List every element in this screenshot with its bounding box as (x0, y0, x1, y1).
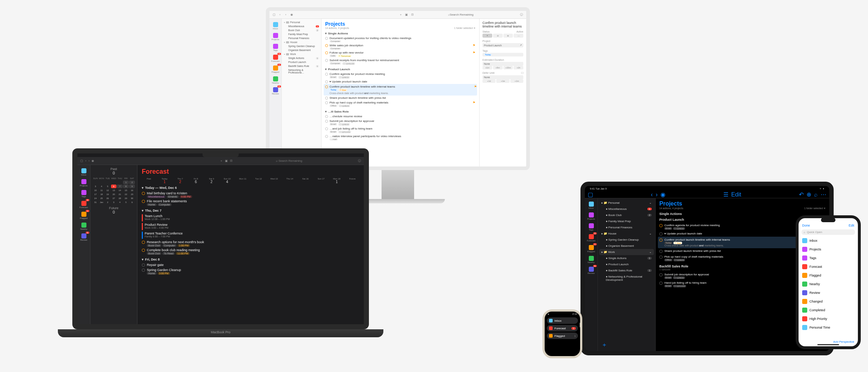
forecast-task[interactable]: Product ReviewWork 3:00 – 4:00 PM (142, 222, 359, 231)
list-icon[interactable]: ☰ (723, 191, 728, 198)
forecast-section[interactable]: ▾Today — Wed, Dec 6 (142, 186, 359, 190)
sidebar-item-inbox[interactable]: Inbox (271, 21, 280, 30)
tree-item[interactable]: Personal Finances (282, 36, 320, 40)
task-row[interactable]: Follow up with new vendorCalls⚐ Tomorrow… (325, 50, 476, 58)
focus-icon[interactable]: ⊡ (410, 13, 414, 17)
tree-node[interactable]: ▸ 📁 Work⌄ (599, 249, 654, 255)
task-row[interactable]: Pick up hard copy of draft marketing mat… (325, 100, 476, 108)
tree-node[interactable]: ● Networking & Professional Development (599, 274, 654, 283)
forward-icon[interactable]: › (89, 159, 90, 162)
sidebar-item-tags[interactable]: Tags (271, 43, 280, 52)
eye-icon[interactable]: ◉ (92, 159, 94, 162)
tree-node[interactable]: ● Personal Finances (599, 224, 654, 231)
calendar-day[interactable]: 8 (123, 185, 129, 188)
back-icon[interactable]: ‹ (278, 13, 282, 17)
tree-node[interactable]: ● Organize Basement (599, 243, 654, 249)
sidebar-item-inbox[interactable]: Inbox (79, 167, 89, 177)
calendar-day[interactable]: 6 (129, 200, 135, 204)
perspective-item[interactable]: Changed (801, 297, 855, 306)
calendar-day[interactable] (117, 181, 123, 184)
day-column[interactable]: Past (142, 178, 156, 184)
more-icon[interactable]: ⋯ (821, 191, 826, 198)
task-row[interactable]: Confirm agenda for product review meetin… (325, 72, 476, 79)
perspective-item[interactable]: Flagged (801, 271, 855, 280)
section-header[interactable]: Single Actions (659, 212, 826, 216)
calendar-day[interactable]: 13 (111, 189, 117, 192)
perspective-item[interactable]: Inbox (801, 236, 855, 245)
day-column[interactable]: Wed 13 (267, 178, 281, 184)
forecast-task[interactable]: File recent bank statementsHomeComputer (142, 199, 359, 207)
task-row[interactable]: …nalize interview panel participants for… (325, 134, 476, 141)
duration-quick[interactable]: +1m+5m+15m+1h (482, 66, 523, 69)
forecast-section[interactable]: ▾Thu, Dec 7 (142, 209, 359, 212)
done-button[interactable]: Done (802, 224, 810, 227)
calendar-day[interactable]: 15 (123, 189, 129, 192)
forecast-task[interactable]: Parent Teacher ConfernceFamily 6:00 – 7:… (142, 231, 359, 240)
day-column[interactable]: Mon 181 (329, 178, 344, 184)
forecast-task[interactable]: Spring Garden CleanupHome3:00 PM (142, 267, 359, 275)
task-row[interactable]: Document updated process for inviting cl… (325, 36, 476, 43)
calendar-day[interactable]: 22 (123, 193, 129, 196)
back-icon[interactable]: ‹ (651, 191, 653, 198)
watch-item[interactable]: Flagged1 (547, 333, 578, 339)
sidebar-toggle-icon[interactable]: ▢ (588, 191, 593, 198)
duration-field[interactable]: None (482, 62, 523, 66)
sidebar-item-flagged[interactable]: Flagged1 (587, 244, 596, 253)
tree-node[interactable]: ● Book Club2 (599, 212, 654, 218)
perspective-item[interactable]: High Priority (801, 314, 855, 323)
task-row[interactable]: ▾ Update product launch date (325, 79, 476, 84)
sidebar-item-tags[interactable]: Tags (79, 189, 89, 198)
calendar-day[interactable]: 5 (123, 200, 129, 204)
undo-icon[interactable]: ↶ (799, 191, 804, 198)
sidebar-item-projects[interactable]: Projects (271, 32, 280, 41)
calendar-day[interactable] (93, 181, 98, 184)
tree-folder[interactable]: ▾Work (282, 52, 320, 56)
home-indicator[interactable] (817, 344, 839, 345)
calendar-day[interactable]: 26 (105, 196, 111, 200)
calendar-day[interactable]: 27 (111, 196, 117, 200)
sidebar-item-review[interactable]: Review6 (79, 232, 89, 242)
calendar-day[interactable] (105, 181, 111, 184)
digital-crown[interactable] (580, 322, 581, 327)
tree-item[interactable]: Backfill Sales Role1 (282, 64, 320, 68)
perspective-item[interactable]: Forecast (801, 262, 855, 271)
day-column[interactable]: Future (345, 178, 359, 184)
task-row[interactable]: Submit job description for approvalEmail… (325, 119, 476, 126)
calendar-day[interactable]: 4 (117, 200, 123, 204)
edit-button[interactable]: Edit (848, 224, 854, 227)
defer-quick[interactable]: +1d+1w+1m (482, 79, 523, 83)
section-header[interactable]: ▾Single Actions (325, 32, 476, 35)
info-icon[interactable]: ⓘ (520, 13, 523, 17)
forward-icon[interactable]: › (284, 13, 288, 17)
calendar-day[interactable]: 25 (99, 196, 105, 200)
calendar-day[interactable]: 12 (105, 189, 111, 192)
tree-node[interactable]: ▸ 📁 Personal⌄ (599, 200, 654, 206)
calendar-icon[interactable]: ☐ (521, 72, 523, 75)
day-column[interactable]: Thu 72 (173, 178, 187, 184)
perspective-item[interactable]: Personal Time (801, 323, 855, 332)
calendar-day[interactable]: 23 (129, 193, 135, 196)
future-label[interactable]: Future (109, 206, 118, 210)
folder-selected[interactable]: 1 folder selected ✕ (454, 27, 476, 30)
search-field[interactable]: ⌕ (416, 13, 518, 16)
day-column[interactable]: Sun 104 (220, 178, 234, 184)
calendar-day[interactable]: 30 (129, 196, 135, 200)
edit-button[interactable]: Edit (731, 191, 741, 198)
day-column[interactable]: Sat 16 (298, 178, 312, 184)
sidebar-item-flagged[interactable]: Flagged1 (79, 211, 89, 220)
info-icon[interactable]: ⓘ (358, 159, 361, 163)
calendar-day[interactable]: 2 (129, 181, 135, 184)
perspective-item[interactable]: Projects (801, 245, 855, 254)
day-column[interactable]: Mon 11 (236, 178, 250, 184)
day-column[interactable]: Sun 17 (314, 178, 328, 184)
day-bar[interactable]: PastToday1Thu 72Fri 86Sat 92Sun 104Mon 1… (142, 178, 359, 184)
sidebar-item-nearby[interactable]: Nearby (271, 75, 280, 85)
quick-open[interactable]: ⌕ Quick Open (801, 229, 855, 235)
perspective-item[interactable]: Completed (801, 306, 855, 314)
calendar-day[interactable]: 1 (123, 181, 129, 184)
task-row[interactable]: …chedule resume review (325, 114, 476, 119)
defer-field[interactable]: None (482, 75, 523, 79)
search-input[interactable] (450, 13, 486, 16)
sidebar-item-tags[interactable]: Tags (587, 222, 596, 232)
day-column[interactable]: Thu 14 (283, 178, 297, 184)
